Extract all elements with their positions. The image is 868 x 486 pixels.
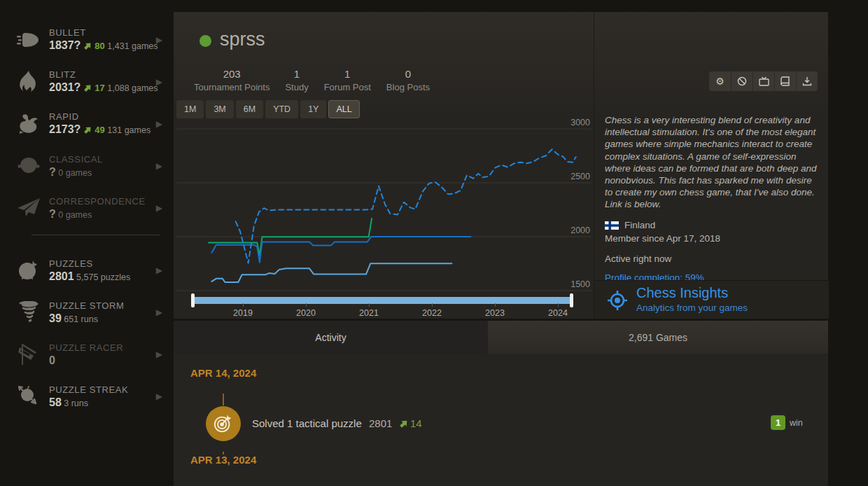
fire-icon	[13, 71, 45, 93]
perf-count: 1,088 games	[107, 83, 158, 93]
x-axis-label: 2019	[227, 308, 258, 318]
stat-forum-posts[interactable]: 1 Forum Post	[316, 68, 379, 92]
sidebar-item-text: PUZZLE STORM 39 651 runs	[49, 300, 124, 325]
activity-entry-text: Solved 1 tactical puzzle	[252, 417, 362, 429]
timeline-line	[223, 394, 224, 405]
stat-studies[interactable]: 1 Study	[277, 68, 316, 92]
sidebar-item-text: PUZZLE STREAK 58 3 runs	[49, 384, 128, 409]
activity-date: APR 14, 2024	[190, 367, 256, 379]
tab-activity[interactable]: Activity	[174, 321, 488, 354]
profile-stats: 203 Tournament Points 1 Study 1 Forum Po…	[186, 68, 438, 92]
sidebar-item-bullet[interactable]: BULLET 1837? 80 1,431 games ▶	[0, 19, 168, 61]
sidebar-item-text: CLASSICAL ? 0 games	[49, 154, 103, 179]
perf-label: PUZZLE STREAK	[49, 384, 128, 395]
sidebar-divider	[31, 235, 160, 235]
chevron-right-icon: ▶	[156, 203, 162, 213]
target-icon	[13, 259, 45, 282]
x-axis-tick	[558, 303, 559, 307]
perf-rating: 2801	[49, 270, 74, 282]
checkered-flag-icon	[13, 343, 45, 366]
chess-insights-banner[interactable]: Chess Insights Analytics from your games	[594, 280, 829, 319]
x-axis-label: 2023	[479, 308, 510, 318]
perf-label: CLASSICAL	[49, 154, 103, 165]
apple-arrow-icon	[13, 385, 45, 408]
win-badge-label: win	[790, 418, 803, 428]
chevron-right-icon: ▶	[156, 35, 162, 45]
member-since: Member since Apr 17, 2018	[605, 233, 720, 244]
profile-main-box: sprss 203 Tournament Points 1 Study 1 Fo…	[174, 12, 828, 319]
stat-blog-posts[interactable]: 0 Blog Posts	[379, 68, 438, 92]
x-axis-tick	[243, 303, 244, 307]
insights-target-icon	[607, 290, 628, 311]
rating-history-chart: 3000250020001500 20192020202120222023202…	[176, 116, 596, 319]
content-tabs: Activity 2,691 Games	[174, 321, 828, 354]
x-axis-label: 2022	[416, 308, 447, 318]
perf-count: 1,431 games	[107, 41, 158, 51]
sidebar-item-puzzle-racer[interactable]: PUZZLE RACER 0 ▶	[0, 333, 168, 375]
perf-count: 651 runs	[64, 314, 98, 324]
navigator-right-handle[interactable]	[570, 293, 573, 307]
perf-rating: 1837?	[49, 39, 80, 51]
tornado-icon	[13, 301, 45, 324]
sidebar-item-puzzle-streak[interactable]: PUZZLE STREAK 58 3 runs ▶	[0, 375, 168, 417]
paper-plane-icon	[13, 198, 45, 218]
insights-subtitle: Analytics from your games	[636, 303, 748, 313]
series-bullet	[212, 263, 452, 282]
perf-count: 5,575 puzzles	[76, 272, 130, 282]
username[interactable]: sprss	[220, 29, 265, 50]
sidebar-item-rapid[interactable]: RAPID 2173? 49 131 games ▶	[0, 103, 168, 145]
activity-date: APR 13, 2024	[190, 454, 256, 466]
chevron-right-icon: ▶	[156, 307, 162, 317]
turtle-icon	[13, 156, 45, 176]
perf-label: PUZZLE STORM	[49, 300, 124, 311]
series-blitz	[212, 237, 471, 263]
sidebar-item-text: PUZZLES 2801 5,575 puzzles	[49, 258, 130, 283]
rating-up-icon	[83, 41, 92, 53]
rating-up-icon	[83, 83, 92, 95]
perf-rating: 2173?	[49, 123, 80, 135]
perf-rating: 39	[49, 312, 62, 324]
x-axis-tick	[495, 303, 496, 307]
navigator-left-handle[interactable]	[191, 293, 195, 307]
perf-rating: 58	[49, 396, 62, 408]
sidebar-item-text: RAPID 2173? 49 131 games	[49, 111, 150, 137]
x-axis-label: 2024	[542, 308, 573, 318]
chevron-right-icon: ▶	[156, 265, 162, 275]
ratings-sidebar: BULLET 1837? 80 1,431 games ▶ BLITZ 2031…	[0, 0, 168, 486]
sidebar-item-puzzle-storm[interactable]: PUZZLE STORM 39 651 runs ▶	[0, 291, 168, 333]
x-axis-tick	[369, 303, 370, 307]
sidebar-item-classical[interactable]: CLASSICAL ? 0 games ▶	[0, 145, 168, 187]
perf-rating: 2031?	[49, 81, 80, 93]
perf-progress: 49	[94, 125, 104, 135]
chevron-right-icon: ▶	[156, 77, 162, 87]
insights-title: Chess Insights	[636, 285, 728, 301]
x-axis-tick	[306, 303, 307, 307]
chevron-right-icon: ▶	[156, 391, 162, 401]
sidebar-item-blitz[interactable]: BLITZ 2031? 17 1,088 games ▶	[0, 61, 168, 103]
y-axis-label: 2500	[570, 172, 590, 181]
stat-tournament-points[interactable]: 203 Tournament Points	[186, 68, 277, 92]
perf-label: PUZZLES	[49, 258, 130, 269]
perf-rating: ?	[49, 208, 56, 220]
activity-feed: APR 14, 2024 Solved 1 tactical puzzle 28…	[174, 354, 828, 486]
y-axis-label: 3000	[570, 118, 590, 127]
sidebar-item-text: PUZZLE RACER 0	[49, 342, 123, 367]
perf-label: BULLET	[49, 27, 158, 38]
tab-games[interactable]: 2,691 Games	[488, 321, 828, 354]
chart-navigator-slider[interactable]	[193, 297, 571, 304]
perf-count: 3 runs	[64, 398, 88, 408]
sidebar-item-puzzles[interactable]: PUZZLES 2801 5,575 puzzles ▶	[0, 249, 168, 291]
rating-up-icon	[399, 419, 409, 431]
sidebar-item-correspondence[interactable]: CORRESPONDENCE ? 0 games ▶	[0, 187, 168, 229]
perf-label: PUZZLE RACER	[49, 342, 123, 353]
sidebar-item-text: BLITZ 2031? 17 1,088 games	[49, 69, 158, 95]
series-puzzles	[236, 149, 576, 263]
chevron-right-icon: ▶	[156, 349, 162, 359]
chevron-right-icon: ▶	[156, 119, 162, 129]
profile-page: BULLET 1837? 80 1,431 games ▶ BLITZ 2031…	[0, 0, 868, 486]
perf-label: RAPID	[49, 111, 150, 122]
y-axis-label: 2000	[570, 225, 590, 235]
bullet-icon	[13, 31, 45, 49]
perf-count: 0 games	[58, 210, 92, 220]
sidebar-item-text: BULLET 1837? 80 1,431 games	[49, 27, 158, 53]
